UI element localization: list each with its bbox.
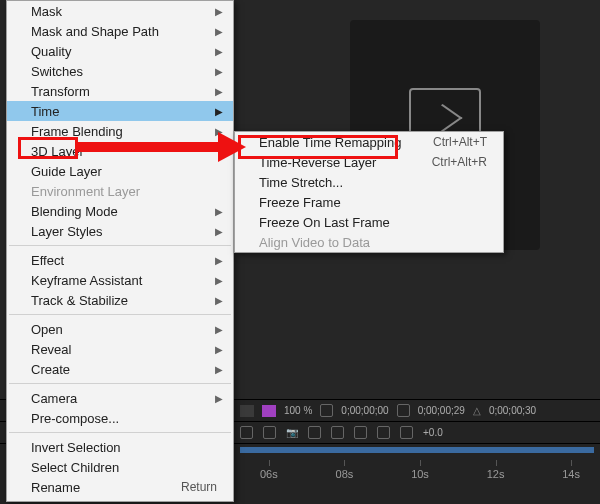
chevron-right-icon: ▶ (215, 66, 223, 77)
menu-create[interactable]: Create▶ (7, 359, 233, 379)
menu-select-children[interactable]: Select Children (7, 457, 233, 477)
tool-icon-g[interactable] (400, 426, 413, 439)
shortcut-label: Return (181, 480, 217, 494)
ruler-tick: 08s (336, 468, 354, 492)
menu-frame-blending[interactable]: Frame Blending▶ (7, 121, 233, 141)
menu-time-stretch[interactable]: Time Stretch... (235, 172, 503, 192)
menu-mask[interactable]: Mask▶ (7, 1, 233, 21)
menu-switches[interactable]: Switches▶ (7, 61, 233, 81)
chevron-right-icon: ▶ (215, 86, 223, 97)
chevron-right-icon: ▶ (215, 344, 223, 355)
swatch-grey[interactable] (240, 405, 254, 417)
menu-quality[interactable]: Quality▶ (7, 41, 233, 61)
menu-time-reverse-layer[interactable]: Time-Reverse LayerCtrl+Alt+R (235, 152, 503, 172)
shortcut-label: Ctrl+Alt+R (432, 155, 487, 169)
chevron-right-icon: ▶ (215, 206, 223, 217)
ruler-tick: 12s (487, 468, 505, 492)
ruler-tick: 06s (260, 468, 278, 492)
timecode-2: 0;00;00;29 (418, 405, 465, 416)
tool-icon-d[interactable] (331, 426, 344, 439)
chevron-right-icon: ▶ (215, 393, 223, 404)
menu-environment-layer: Environment Layer (7, 181, 233, 201)
tool-icon-c[interactable] (308, 426, 321, 439)
menu-transform[interactable]: Transform▶ (7, 81, 233, 101)
timecode-icon[interactable] (320, 404, 333, 417)
chevron-right-icon: ▶ (215, 295, 223, 306)
menu-3d-layer[interactable]: 3D Layer (7, 141, 233, 161)
menu-camera[interactable]: Camera▶ (7, 388, 233, 408)
menu-effect[interactable]: Effect▶ (7, 250, 233, 270)
menu-freeze-frame[interactable]: Freeze Frame (235, 192, 503, 212)
menu-mask-shape-path[interactable]: Mask and Shape Path▶ (7, 21, 233, 41)
menu-rename[interactable]: RenameReturn (7, 477, 233, 497)
work-area-bar[interactable] (240, 447, 594, 453)
menu-precompose[interactable]: Pre-compose... (7, 408, 233, 428)
menu-reveal[interactable]: Reveal▶ (7, 339, 233, 359)
menu-time[interactable]: Time▶ (7, 101, 233, 121)
exposure-value[interactable]: +0.0 (423, 427, 443, 438)
menu-separator (9, 383, 231, 384)
menu-keyframe-assistant[interactable]: Keyframe Assistant▶ (7, 270, 233, 290)
chevron-right-icon: ▶ (215, 106, 223, 117)
tool-icon-f[interactable] (377, 426, 390, 439)
tool-icon-b[interactable] (263, 426, 276, 439)
menu-guide-layer[interactable]: Guide Layer (7, 161, 233, 181)
menu-invert-selection[interactable]: Invert Selection (7, 437, 233, 457)
menu-separator (9, 432, 231, 433)
layer-context-menu: Mask▶ Mask and Shape Path▶ Quality▶ Swit… (6, 0, 234, 502)
menu-align-video-to-data: Align Video to Data (235, 232, 503, 252)
time-ruler[interactable]: 06s 08s 10s 12s 14s (240, 468, 600, 492)
chevron-right-icon: ▶ (215, 46, 223, 57)
chevron-right-icon: ▶ (215, 26, 223, 37)
menu-open[interactable]: Open▶ (7, 319, 233, 339)
menu-separator (9, 245, 231, 246)
menu-freeze-on-last-frame[interactable]: Freeze On Last Frame (235, 212, 503, 232)
chevron-right-icon: ▶ (215, 226, 223, 237)
chevron-right-icon: ▶ (215, 275, 223, 286)
zoom-level[interactable]: 100 % (284, 405, 312, 416)
chevron-right-icon: ▶ (215, 255, 223, 266)
menu-layer-styles[interactable]: Layer Styles▶ (7, 221, 233, 241)
tool-icon-e[interactable] (354, 426, 367, 439)
camera-icon[interactable]: 📷 (286, 427, 298, 438)
tool-icon-a[interactable] (240, 426, 253, 439)
menu-track-stabilize[interactable]: Track & Stabilize▶ (7, 290, 233, 310)
shortcut-label: Ctrl+Alt+T (433, 135, 487, 149)
menu-enable-time-remapping[interactable]: Enable Time RemappingCtrl+Alt+T (235, 132, 503, 152)
chevron-right-icon: ▶ (215, 126, 223, 137)
menu-separator (9, 314, 231, 315)
time-submenu: Enable Time RemappingCtrl+Alt+T Time-Rev… (234, 131, 504, 253)
timecode-3: 0;00;00;30 (489, 405, 536, 416)
chevron-right-icon: ▶ (215, 364, 223, 375)
chevron-right-icon: ▶ (215, 324, 223, 335)
swatch-label-color[interactable] (262, 405, 276, 417)
menu-blending-mode[interactable]: Blending Mode▶ (7, 201, 233, 221)
chevron-right-icon: ▶ (215, 6, 223, 17)
ruler-tick: 14s (562, 468, 580, 492)
duration-icon[interactable] (397, 404, 410, 417)
ruler-tick: 10s (411, 468, 429, 492)
timecode-1: 0;00;00;00 (341, 405, 388, 416)
